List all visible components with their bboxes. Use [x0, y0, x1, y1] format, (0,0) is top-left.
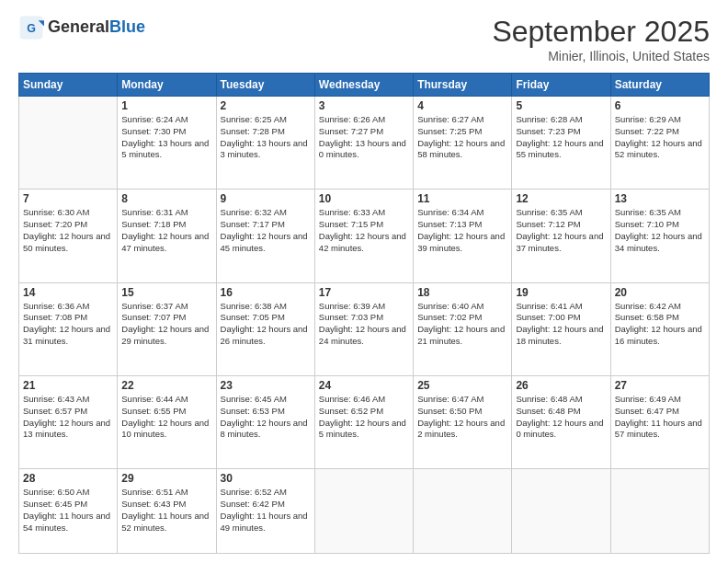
day-number: 4 — [417, 99, 507, 112]
day-number: 15 — [121, 286, 211, 299]
calendar-cell: 4Sunrise: 6:27 AM Sunset: 7:25 PM Daylig… — [414, 97, 512, 190]
calendar-cell: 14Sunrise: 6:36 AM Sunset: 7:08 PM Dayli… — [19, 282, 118, 375]
day-info: Sunrise: 6:27 AM Sunset: 7:25 PM Dayligh… — [417, 114, 507, 161]
day-info: Sunrise: 6:35 AM Sunset: 7:10 PM Dayligh… — [615, 207, 705, 254]
weekday-header: Thursday — [414, 74, 512, 97]
day-info: Sunrise: 6:39 AM Sunset: 7:03 PM Dayligh… — [319, 301, 409, 348]
day-number: 23 — [221, 379, 311, 392]
day-info: Sunrise: 6:29 AM Sunset: 7:22 PM Dayligh… — [615, 114, 705, 161]
title-block: September 2025 Minier, Illinois, United … — [492, 15, 710, 63]
day-number: 26 — [516, 379, 606, 392]
calendar-cell: 15Sunrise: 6:37 AM Sunset: 7:07 PM Dayli… — [118, 282, 216, 375]
day-number: 14 — [23, 286, 113, 299]
calendar-cell: 17Sunrise: 6:39 AM Sunset: 7:03 PM Dayli… — [314, 282, 413, 375]
day-number: 7 — [23, 192, 113, 205]
day-info: Sunrise: 6:50 AM Sunset: 6:45 PM Dayligh… — [23, 487, 113, 534]
calendar-cell — [414, 469, 512, 554]
day-info: Sunrise: 6:44 AM Sunset: 6:55 PM Dayligh… — [121, 394, 211, 441]
day-number: 8 — [121, 192, 211, 205]
day-info: Sunrise: 6:36 AM Sunset: 7:08 PM Dayligh… — [23, 301, 113, 348]
calendar-cell: 22Sunrise: 6:44 AM Sunset: 6:55 PM Dayli… — [118, 375, 216, 468]
calendar-cell: 30Sunrise: 6:52 AM Sunset: 6:42 PM Dayli… — [216, 469, 314, 554]
weekday-header: Friday — [512, 74, 610, 97]
day-number: 17 — [319, 286, 409, 299]
calendar-cell: 5Sunrise: 6:28 AM Sunset: 7:23 PM Daylig… — [512, 97, 610, 190]
day-info: Sunrise: 6:41 AM Sunset: 7:00 PM Dayligh… — [516, 301, 606, 348]
logo: G GeneralBlue — [18, 15, 145, 40]
day-info: Sunrise: 6:30 AM Sunset: 7:20 PM Dayligh… — [23, 207, 113, 254]
calendar-cell: 8Sunrise: 6:31 AM Sunset: 7:18 PM Daylig… — [118, 190, 216, 282]
calendar-cell: 11Sunrise: 6:34 AM Sunset: 7:13 PM Dayli… — [414, 190, 512, 282]
calendar-cell: 23Sunrise: 6:45 AM Sunset: 6:53 PM Dayli… — [216, 375, 314, 468]
calendar-cell: 2Sunrise: 6:25 AM Sunset: 7:28 PM Daylig… — [216, 97, 314, 190]
day-number: 25 — [417, 379, 507, 392]
location-subtitle: Minier, Illinois, United States — [492, 49, 710, 63]
calendar-cell: 24Sunrise: 6:46 AM Sunset: 6:52 PM Dayli… — [314, 375, 413, 468]
weekday-header: Tuesday — [216, 74, 314, 97]
calendar-cell: 7Sunrise: 6:30 AM Sunset: 7:20 PM Daylig… — [19, 190, 118, 282]
calendar-cell: 10Sunrise: 6:33 AM Sunset: 7:15 PM Dayli… — [314, 190, 413, 282]
weekday-header: Wednesday — [314, 74, 413, 97]
calendar-cell: 16Sunrise: 6:38 AM Sunset: 7:05 PM Dayli… — [216, 282, 314, 375]
day-number: 9 — [221, 192, 311, 205]
day-info: Sunrise: 6:32 AM Sunset: 7:17 PM Dayligh… — [221, 207, 311, 254]
page-header: G GeneralBlue September 2025 Minier, Ill… — [18, 15, 710, 63]
day-number: 5 — [516, 99, 606, 112]
calendar-cell: 9Sunrise: 6:32 AM Sunset: 7:17 PM Daylig… — [216, 190, 314, 282]
day-info: Sunrise: 6:47 AM Sunset: 6:50 PM Dayligh… — [417, 394, 507, 441]
day-info: Sunrise: 6:49 AM Sunset: 6:47 PM Dayligh… — [615, 394, 705, 441]
day-info: Sunrise: 6:28 AM Sunset: 7:23 PM Dayligh… — [516, 114, 606, 161]
calendar-cell: 26Sunrise: 6:48 AM Sunset: 6:48 PM Dayli… — [512, 375, 610, 468]
day-number: 29 — [121, 472, 211, 485]
day-number: 18 — [417, 286, 507, 299]
day-info: Sunrise: 6:48 AM Sunset: 6:48 PM Dayligh… — [516, 394, 606, 441]
calendar-table: SundayMondayTuesdayWednesdayThursdayFrid… — [18, 73, 710, 554]
calendar-cell: 13Sunrise: 6:35 AM Sunset: 7:10 PM Dayli… — [610, 190, 709, 282]
day-number: 2 — [221, 99, 311, 112]
day-number: 22 — [121, 379, 211, 392]
calendar-cell: 18Sunrise: 6:40 AM Sunset: 7:02 PM Dayli… — [414, 282, 512, 375]
weekday-header-row: SundayMondayTuesdayWednesdayThursdayFrid… — [19, 74, 710, 97]
logo-blue: Blue — [109, 18, 145, 37]
day-info: Sunrise: 6:52 AM Sunset: 6:42 PM Dayligh… — [221, 487, 311, 534]
calendar-cell: 12Sunrise: 6:35 AM Sunset: 7:12 PM Dayli… — [512, 190, 610, 282]
calendar-cell: 25Sunrise: 6:47 AM Sunset: 6:50 PM Dayli… — [414, 375, 512, 468]
svg-text:G: G — [27, 22, 36, 35]
day-info: Sunrise: 6:45 AM Sunset: 6:53 PM Dayligh… — [221, 394, 311, 441]
calendar-cell — [512, 469, 610, 554]
day-number: 10 — [319, 192, 409, 205]
calendar-cell: 1Sunrise: 6:24 AM Sunset: 7:30 PM Daylig… — [118, 97, 216, 190]
weekday-header: Monday — [118, 74, 216, 97]
day-info: Sunrise: 6:33 AM Sunset: 7:15 PM Dayligh… — [319, 207, 409, 254]
logo-general: General — [48, 18, 109, 37]
day-info: Sunrise: 6:34 AM Sunset: 7:13 PM Dayligh… — [417, 207, 507, 254]
day-info: Sunrise: 6:25 AM Sunset: 7:28 PM Dayligh… — [221, 114, 311, 161]
day-info: Sunrise: 6:38 AM Sunset: 7:05 PM Dayligh… — [221, 301, 311, 348]
weekday-header: Saturday — [610, 74, 709, 97]
day-number: 21 — [23, 379, 113, 392]
day-info: Sunrise: 6:43 AM Sunset: 6:57 PM Dayligh… — [23, 394, 113, 441]
day-number: 11 — [417, 192, 507, 205]
calendar-cell — [314, 469, 413, 554]
calendar-cell: 29Sunrise: 6:51 AM Sunset: 6:43 PM Dayli… — [118, 469, 216, 554]
calendar-cell: 20Sunrise: 6:42 AM Sunset: 6:58 PM Dayli… — [610, 282, 709, 375]
day-number: 3 — [319, 99, 409, 112]
day-number: 19 — [516, 286, 606, 299]
day-number: 16 — [221, 286, 311, 299]
calendar-cell: 21Sunrise: 6:43 AM Sunset: 6:57 PM Dayli… — [19, 375, 118, 468]
day-number: 20 — [615, 286, 705, 299]
calendar-cell: 3Sunrise: 6:26 AM Sunset: 7:27 PM Daylig… — [314, 97, 413, 190]
day-info: Sunrise: 6:37 AM Sunset: 7:07 PM Dayligh… — [121, 301, 211, 348]
day-number: 30 — [221, 472, 311, 485]
weekday-header: Sunday — [19, 74, 118, 97]
day-number: 1 — [121, 99, 211, 112]
calendar-cell: 28Sunrise: 6:50 AM Sunset: 6:45 PM Dayli… — [19, 469, 118, 554]
calendar-cell: 6Sunrise: 6:29 AM Sunset: 7:22 PM Daylig… — [610, 97, 709, 190]
day-number: 24 — [319, 379, 409, 392]
calendar-cell: 27Sunrise: 6:49 AM Sunset: 6:47 PM Dayli… — [610, 375, 709, 468]
day-number: 13 — [615, 192, 705, 205]
day-number: 6 — [615, 99, 705, 112]
day-number: 12 — [516, 192, 606, 205]
day-info: Sunrise: 6:51 AM Sunset: 6:43 PM Dayligh… — [121, 487, 211, 534]
calendar-cell: 19Sunrise: 6:41 AM Sunset: 7:00 PM Dayli… — [512, 282, 610, 375]
